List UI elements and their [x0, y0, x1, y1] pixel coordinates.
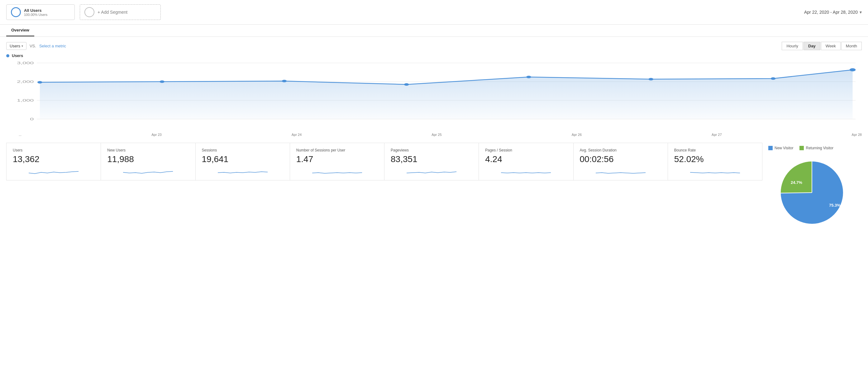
svg-text:2,000: 2,000	[17, 80, 34, 84]
x-label-4: Apr 26	[572, 133, 582, 137]
tabs-row: Overview	[0, 25, 868, 37]
stat-value-sessions-per-user: 1.47	[296, 154, 378, 164]
sparkline-avg-session	[580, 167, 661, 176]
chart-legend: Users	[6, 53, 862, 58]
x-label-5: Apr 27	[712, 133, 721, 137]
time-buttons: Hourly Day Week Month	[782, 42, 862, 50]
all-users-segment[interactable]: All Users 100.00% Users	[6, 4, 75, 20]
pie-divider	[781, 193, 812, 193]
stat-value-new-users: 11,988	[107, 154, 189, 164]
sparkline-pages-session	[485, 167, 567, 176]
date-range[interactable]: Apr 22, 2020 - Apr 28, 2020 ▾	[804, 10, 862, 14]
stat-value-sessions: 19,641	[202, 154, 283, 164]
x-label-1: Apr 23	[151, 133, 161, 137]
stat-label-pages-session: Pages / Session	[485, 148, 567, 152]
add-segment-circle-icon	[85, 7, 94, 17]
chart-point	[526, 76, 531, 78]
stat-label-users: Users	[13, 148, 94, 152]
stats-section: Users 13,362 New Users 11,988 Sessions 1…	[6, 143, 862, 233]
stat-card-sessions: Sessions 19,641	[195, 143, 290, 180]
chart-svg: 3,000 2,000 1,000 0	[6, 60, 862, 125]
svg-text:1,000: 1,000	[17, 98, 34, 102]
chart-point-last	[849, 68, 856, 71]
legend-new-visitor: New Visitor	[768, 146, 793, 150]
pie-legend: New Visitor Returning Visitor	[768, 146, 833, 150]
pie-section: New Visitor Returning Visitor 75.3% 24.7…	[762, 143, 862, 233]
stat-card-users: Users 13,362	[6, 143, 101, 180]
sparkline-users	[13, 167, 94, 176]
sparkline-bounce-rate	[674, 167, 756, 176]
stat-value-users: 13,362	[13, 154, 94, 164]
stat-card-pageviews: Pageviews 83,351	[384, 143, 479, 180]
stats-grid: Users 13,362 New Users 11,988 Sessions 1…	[6, 143, 762, 180]
stat-value-bounce-rate: 52.02%	[674, 154, 756, 164]
new-visitor-color	[768, 146, 773, 150]
metric-dropdown[interactable]: Users ▾	[6, 42, 27, 50]
chart-point	[771, 77, 776, 80]
users-legend-label: Users	[12, 53, 23, 58]
time-btn-hourly[interactable]: Hourly	[782, 42, 803, 50]
time-btn-week[interactable]: Week	[821, 42, 841, 50]
add-segment-label: + Add Segment	[97, 10, 127, 14]
time-btn-day[interactable]: Day	[804, 42, 820, 50]
add-segment-button[interactable]: + Add Segment	[80, 4, 161, 20]
time-btn-month[interactable]: Month	[841, 42, 862, 50]
chart-point	[648, 78, 653, 80]
sparkline-sessions-per-user	[296, 167, 378, 176]
pie-slice-returning-visitor	[781, 162, 812, 193]
stat-value-pages-session: 4.24	[485, 154, 567, 164]
returning-visitor-label: Returning Visitor	[806, 146, 833, 150]
stat-card-sessions-per-user: Number of Sessions per User 1.47	[290, 143, 384, 180]
tab-overview[interactable]: Overview	[6, 25, 34, 36]
date-range-text: Apr 22, 2020 - Apr 28, 2020	[804, 10, 858, 14]
segment-label: All Users	[24, 8, 48, 13]
legend-returning-visitor: Returning Visitor	[800, 146, 833, 150]
metric-dropdown-label: Users	[10, 43, 20, 48]
x-label-6: Apr 28	[852, 133, 862, 137]
vs-label: VS.	[30, 43, 36, 48]
stat-card-bounce-rate: Bounce Rate 52.02%	[668, 143, 763, 180]
stat-label-new-users: New Users	[107, 148, 189, 152]
stat-value-avg-session: 00:02:56	[580, 154, 661, 164]
stat-label-pageviews: Pageviews	[391, 148, 472, 152]
x-label-3: Apr 25	[432, 133, 441, 137]
stat-value-pageviews: 83,351	[391, 154, 472, 164]
svg-text:3,000: 3,000	[17, 61, 34, 65]
sparkline-sessions	[202, 167, 283, 176]
segments-area: All Users 100.00% Users + Add Segment	[6, 4, 804, 20]
stat-label-sessions: Sessions	[202, 148, 283, 152]
new-visitor-label: New Visitor	[775, 146, 793, 150]
chart-point	[37, 81, 42, 84]
chart-point	[159, 80, 164, 83]
stat-label-sessions-per-user: Number of Sessions per User	[296, 148, 378, 152]
stat-label-bounce-rate: Bounce Rate	[674, 148, 756, 152]
segment-info: All Users 100.00% Users	[24, 8, 48, 17]
pie-chart-svg: 75.3% 24.7%	[775, 155, 849, 230]
stat-label-avg-session: Avg. Session Duration	[580, 148, 661, 152]
metric-dropdown-chevron-icon: ▾	[22, 44, 23, 48]
stat-card-avg-session: Avg. Session Duration 00:02:56	[573, 143, 668, 180]
metric-selector: Users ▾ VS. Select a metric	[6, 42, 66, 50]
chart-point	[282, 80, 287, 82]
pie-label-returning: 24.7%	[791, 180, 802, 185]
segment-icon	[11, 7, 21, 17]
x-label-2: Apr 24	[291, 133, 302, 137]
chart-area-fill	[40, 70, 853, 119]
chart-area: 3,000 2,000 1,000 0	[6, 60, 862, 128]
top-bar: All Users 100.00% Users + Add Segment Ap…	[0, 0, 868, 25]
stat-card-pages-session: Pages / Session 4.24	[478, 143, 573, 180]
date-range-arrow-icon: ▾	[860, 10, 862, 14]
chart-point	[404, 83, 409, 86]
chart-controls: Users ▾ VS. Select a metric Hourly Day W…	[6, 42, 862, 50]
returning-visitor-color	[800, 146, 804, 150]
pie-label-new: 75.3%	[829, 203, 841, 208]
select-metric-link[interactable]: Select a metric	[39, 43, 66, 48]
users-legend-dot	[6, 54, 9, 57]
sparkline-new-users	[107, 167, 189, 176]
x-label-0: ...	[19, 133, 22, 137]
stat-card-new-users: New Users 11,988	[101, 143, 195, 180]
x-axis-labels: ... Apr 23 Apr 24 Apr 25 Apr 26 Apr 27 A…	[6, 132, 862, 137]
sparkline-pageviews	[391, 167, 472, 176]
segment-sublabel: 100.00% Users	[24, 13, 48, 17]
main-content: Users ▾ VS. Select a metric Hourly Day W…	[0, 37, 868, 238]
